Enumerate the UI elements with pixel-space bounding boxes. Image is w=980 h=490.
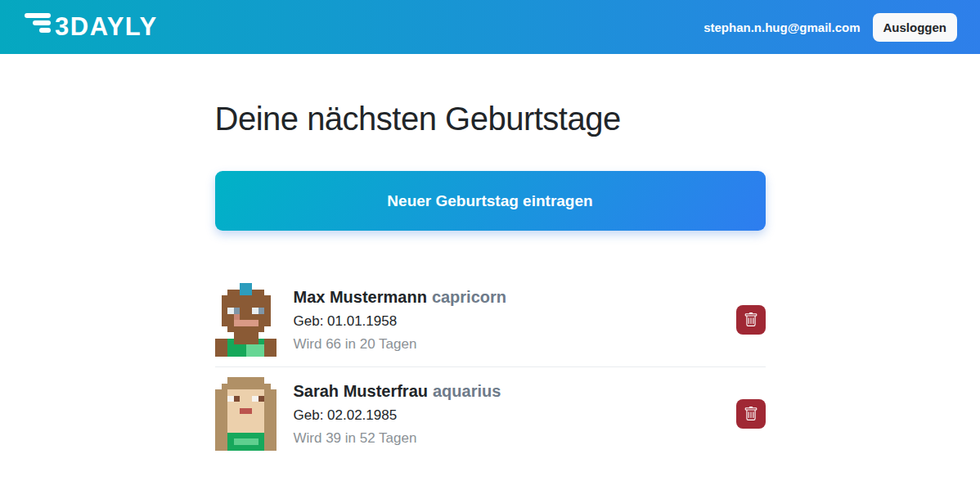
pixel-avatar-sarah	[215, 377, 276, 451]
birthday-info: Sarah Musterfrauaquarius Geb: 02.02.1985…	[294, 381, 719, 447]
app-header: 3DAYLY stephan.n.hug@gmail.com Ausloggen	[0, 0, 980, 54]
add-birthday-button[interactable]: Neuer Geburtstag eintragen	[215, 171, 766, 231]
birthday-info: Max Mustermanncapricorn Geb: 01.01.1958 …	[294, 287, 719, 353]
page-title: Deine nächsten Geburtstage	[215, 100, 766, 137]
trash-icon	[744, 312, 758, 327]
app-logo[interactable]: 3DAYLY	[23, 6, 158, 48]
countdown-text: Wird 66 in 20 Tagen	[294, 336, 719, 353]
trash-icon	[744, 407, 758, 421]
name-line: Sarah Musterfrauaquarius	[294, 381, 719, 401]
pixel-avatar-max	[215, 283, 276, 357]
user-email: stephan.n.hug@gmail.com	[704, 20, 860, 34]
birthday-list-item: Sarah Musterfrauaquarius Geb: 02.02.1985…	[215, 367, 766, 461]
birthday-list: Max Mustermanncapricorn Geb: 01.01.1958 …	[215, 273, 766, 461]
person-name: Max Mustermann	[294, 288, 427, 306]
main-content: Deine nächsten Geburtstage Neuer Geburts…	[215, 100, 766, 461]
delete-birthday-button[interactable]	[736, 399, 766, 429]
header-right: stephan.n.hug@gmail.com Ausloggen	[704, 13, 957, 42]
name-line: Max Mustermanncapricorn	[294, 287, 719, 307]
person-name: Sarah Musterfrau	[294, 382, 429, 400]
zodiac-label: capricorn	[432, 288, 506, 306]
birthdate-text: Geb: 02.02.1985	[294, 407, 719, 424]
wing-icon	[23, 13, 52, 33]
logo-text: 3DAYLY	[55, 6, 158, 48]
countdown-text: Wird 39 in 52 Tagen	[294, 430, 719, 447]
delete-birthday-button[interactable]	[736, 305, 766, 335]
zodiac-label: aquarius	[433, 382, 501, 400]
logout-button[interactable]: Ausloggen	[873, 13, 958, 42]
birthday-list-item: Max Mustermanncapricorn Geb: 01.01.1958 …	[215, 273, 766, 367]
birthdate-text: Geb: 01.01.1958	[294, 313, 719, 330]
